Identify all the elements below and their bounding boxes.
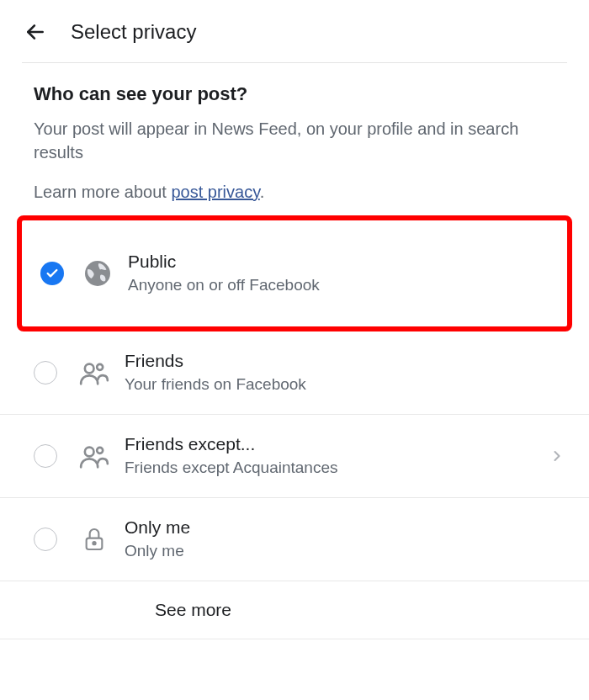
option-subtitle: Only me: [125, 540, 565, 562]
svg-point-2: [85, 363, 94, 373]
option-text: Only me Only me: [125, 517, 565, 562]
chevron-right-icon: [540, 448, 565, 464]
svg-point-5: [97, 448, 103, 453]
privacy-options-list: Public Anyone on or off Facebook Friends…: [0, 215, 589, 639]
option-text: Friends except... Friends except Acquain…: [125, 433, 540, 479]
arrow-left-icon: [24, 21, 46, 43]
header: Select privacy: [0, 0, 589, 62]
option-subtitle: Anyone on or off Facebook: [128, 274, 560, 296]
option-subtitle: Your friends on Facebook: [125, 374, 565, 395]
friends-icon: [76, 354, 113, 391]
see-more-label: See more: [89, 600, 231, 620]
svg-point-7: [93, 542, 95, 544]
checkmark-icon: [45, 267, 59, 280]
option-text: Friends Your friends on Facebook: [125, 350, 565, 395]
radio-unselected[interactable]: [34, 444, 57, 468]
option-text: Public Anyone on or off Facebook: [128, 251, 560, 296]
privacy-option-public[interactable]: Public Anyone on or off Facebook: [17, 215, 572, 331]
option-title: Friends: [125, 350, 565, 372]
page-title: Select privacy: [71, 20, 196, 44]
globe-icon: [79, 255, 116, 292]
option-subtitle: Friends except Acquaintances: [125, 457, 540, 479]
option-title: Friends except...: [125, 433, 540, 455]
svg-point-4: [85, 447, 94, 456]
radio-selected[interactable]: [40, 262, 64, 285]
learn-more-suffix: .: [260, 183, 265, 201]
option-title: Public: [128, 251, 560, 273]
section-description: Your post will appear in News Feed, on y…: [0, 114, 589, 167]
radio-unselected[interactable]: [34, 528, 57, 551]
option-title: Only me: [125, 517, 565, 538]
lock-icon: [76, 521, 113, 558]
friends-except-icon: [76, 438, 113, 475]
see-more-button[interactable]: See more: [0, 581, 589, 639]
svg-point-3: [97, 364, 103, 370]
learn-more-prefix: Learn more about: [34, 183, 171, 201]
section-heading: Who can see your post?: [0, 63, 589, 114]
post-privacy-link[interactable]: post privacy: [171, 183, 259, 201]
privacy-option-friends[interactable]: Friends Your friends on Facebook: [0, 331, 589, 415]
privacy-option-only-me[interactable]: Only me Only me: [0, 498, 589, 581]
learn-more-text: Learn more about post privacy.: [0, 167, 589, 209]
radio-unselected[interactable]: [34, 361, 57, 384]
back-button[interactable]: [22, 19, 49, 45]
privacy-option-friends-except[interactable]: Friends except... Friends except Acquain…: [0, 415, 589, 498]
